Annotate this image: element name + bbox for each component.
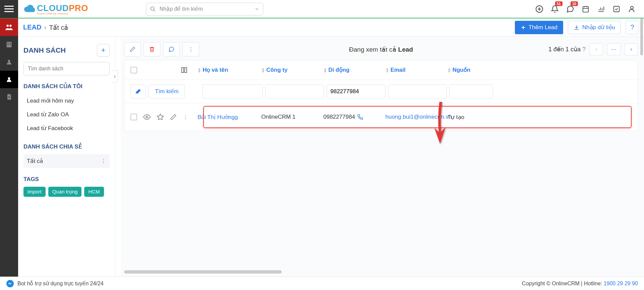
add-list-button[interactable]: + xyxy=(97,44,110,57)
filter-email-input[interactable] xyxy=(388,84,447,99)
download-icon xyxy=(574,24,580,31)
vertical-scrollbar[interactable] xyxy=(640,18,643,55)
layout-toggle[interactable] xyxy=(181,67,198,73)
svg-rect-3 xyxy=(614,6,620,12)
lists-panel: DANH SÁCH + DANH SÁCH CỦA TÔI Lead mới h… xyxy=(18,37,115,277)
footer-hotline[interactable]: 1900 29 29 90 xyxy=(604,281,638,286)
logo[interactable]: CLOUDPRO Cloud CRM by Industry xyxy=(18,0,92,18)
pager-info: 1 đến 1 của ? xyxy=(548,46,586,53)
chevron-down-icon[interactable] xyxy=(255,7,259,11)
my-lists-header: DANH SÁCH CỦA TÔI xyxy=(23,83,110,90)
col-source-header[interactable]: ▲▼Nguồn xyxy=(447,66,494,73)
svg-rect-17 xyxy=(185,67,187,72)
cell-name[interactable]: Bùi Thị Hườngg xyxy=(198,114,261,121)
svg-point-13 xyxy=(8,77,10,79)
preview-icon[interactable] xyxy=(143,113,151,121)
svg-rect-15 xyxy=(8,98,10,98)
nav-companies[interactable] xyxy=(0,36,18,53)
filter-phone-input[interactable] xyxy=(327,84,385,99)
apply-search-button[interactable]: Tìm kiếm xyxy=(149,84,185,99)
svg-rect-14 xyxy=(8,96,10,97)
messages-button[interactable]: 10 xyxy=(563,2,577,16)
notification-badge: 51 xyxy=(555,1,562,6)
menu-button[interactable] xyxy=(0,0,18,18)
comment-button[interactable] xyxy=(163,42,180,56)
quick-add-button[interactable] xyxy=(532,2,546,16)
list-item[interactable]: Lead từ Zalo OA xyxy=(23,108,110,121)
tag-chip[interactable]: import xyxy=(23,187,46,197)
svg-point-4 xyxy=(631,6,633,9)
breadcrumb-view: Tất cả xyxy=(49,23,68,32)
list-item[interactable]: Lead từ Facebook xyxy=(23,121,110,135)
delete-button[interactable] xyxy=(144,42,160,56)
nav-contacts[interactable] xyxy=(0,18,18,36)
pager-more-button[interactable]: ⋯ xyxy=(607,43,621,55)
list-item[interactable]: Lead mới hôm nay xyxy=(23,94,110,108)
plus-icon xyxy=(521,25,526,30)
edit-button[interactable] xyxy=(124,42,141,56)
edit-row-icon[interactable] xyxy=(170,114,177,120)
svg-point-18 xyxy=(146,116,148,118)
footer-copyright: Copyright © OnlineCRM xyxy=(522,281,580,286)
pager-prev-button[interactable]: ‹ xyxy=(590,43,603,55)
chevron-right-icon: › xyxy=(44,23,46,31)
cell-phone: 0982277984 xyxy=(323,114,385,120)
import-button[interactable]: Nhập dữ liệu xyxy=(568,21,621,34)
tasks-button[interactable] xyxy=(609,2,624,16)
leads-table: ▲▼Họ và tên ▲▼Công ty ▲▼Di động ▲▼Email … xyxy=(124,60,638,131)
row-checkbox[interactable] xyxy=(130,114,137,120)
filter-company-input[interactable] xyxy=(265,84,324,99)
svg-rect-7 xyxy=(7,42,12,48)
table-row: ⋮ Bùi Thị Hườngg OnlineCRM 1 0982277984 … xyxy=(124,103,638,131)
star-icon[interactable] xyxy=(157,113,164,121)
horizontal-scrollbar[interactable] xyxy=(124,270,282,274)
col-name-header[interactable]: ▲▼Họ và tên xyxy=(198,66,261,73)
nav-lead[interactable] xyxy=(0,71,18,88)
add-lead-button[interactable]: Thêm Lead xyxy=(515,21,563,34)
profile-button[interactable] xyxy=(625,2,639,16)
pager-next-button[interactable]: › xyxy=(625,43,638,55)
svg-rect-2 xyxy=(583,6,589,12)
cell-email[interactable]: huong.bui1@onlinecrm.vn xyxy=(385,114,447,120)
more-actions-button[interactable]: ⋮ xyxy=(182,42,199,56)
clear-filters-button[interactable] xyxy=(130,84,146,99)
breadcrumb-module[interactable]: LEAD xyxy=(23,23,41,31)
svg-rect-8 xyxy=(7,43,8,44)
messenger-icon[interactable] xyxy=(6,280,14,288)
col-company-header[interactable]: ▲▼Công ty xyxy=(261,67,323,73)
col-email-header[interactable]: ▲▼Email xyxy=(385,67,447,73)
cell-company: OnlineCRM 1 xyxy=(261,114,323,120)
more-icon[interactable]: ⋮ xyxy=(101,158,106,165)
search-icon xyxy=(150,6,156,12)
tags-header: TAGS xyxy=(23,176,110,183)
help-button[interactable]: ? xyxy=(626,21,639,34)
global-search-input[interactable] xyxy=(146,3,263,15)
row-more-icon[interactable]: ⋮ xyxy=(183,114,188,120)
nav-docs[interactable] xyxy=(0,88,18,106)
breadcrumb: LEAD › Tất cả xyxy=(23,23,68,32)
analytics-button[interactable] xyxy=(594,2,608,16)
collapse-panel-button[interactable]: ‹ xyxy=(112,70,118,82)
svg-rect-11 xyxy=(10,44,11,45)
filter-name-input[interactable] xyxy=(202,84,263,99)
col-phone-header[interactable]: ▲▼Di động xyxy=(323,66,385,73)
messages-badge: 10 xyxy=(571,1,578,6)
import-label: Nhập dữ liệu xyxy=(582,24,615,31)
tag-chip[interactable]: Quan trọng xyxy=(48,187,82,197)
footer: Bot hỗ trợ sử dụng trực tuyến 24/24 Copy… xyxy=(0,277,644,290)
footer-bot-text: Bot hỗ trợ sử dụng trực tuyến 24/24 xyxy=(17,280,104,287)
svg-rect-16 xyxy=(182,67,184,72)
tag-chip[interactable]: HCM xyxy=(84,187,104,197)
filter-source-input[interactable] xyxy=(449,84,493,99)
add-lead-label: Thêm Lead xyxy=(529,24,557,31)
notifications-button[interactable]: 51 xyxy=(548,2,562,16)
calendar-button[interactable] xyxy=(579,2,593,16)
global-search xyxy=(146,3,263,15)
nav-person[interactable] xyxy=(0,53,18,71)
svg-point-12 xyxy=(8,60,10,62)
phone-icon[interactable] xyxy=(357,114,363,120)
list-search-input[interactable] xyxy=(23,62,110,75)
lists-title: DANH SÁCH xyxy=(23,46,66,54)
select-all-checkbox[interactable] xyxy=(130,67,137,73)
list-item-all[interactable]: Tất cả ⋮ xyxy=(23,154,110,168)
